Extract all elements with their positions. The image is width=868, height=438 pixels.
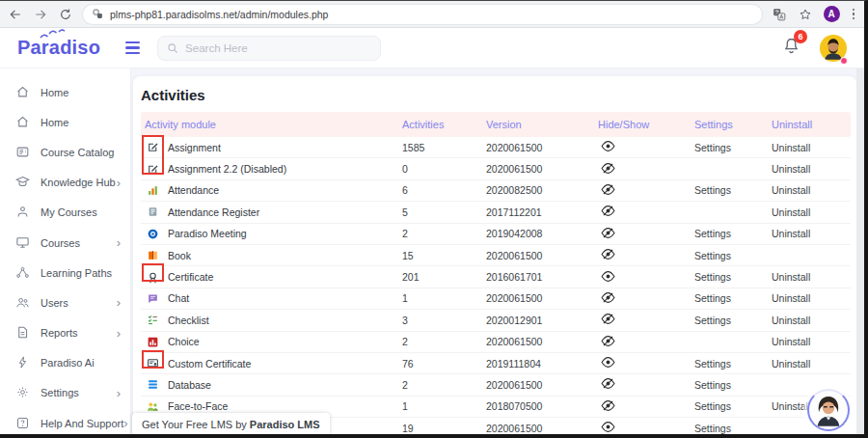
home-icon [15, 85, 31, 100]
version-value: 2019111804 [482, 358, 594, 370]
table-row: Chat12020061500SettingsUninstall [141, 288, 851, 310]
sidebar-item-learning-paths[interactable]: Learning Paths [0, 258, 130, 287]
settings-link[interactable]: Settings [694, 379, 731, 391]
sidebar: HomeHomeCourse CatalogKnowledge Hub›My C… [0, 68, 131, 438]
settings-link[interactable]: Settings [694, 184, 731, 196]
uninstall-link[interactable]: Uninstall [772, 206, 810, 218]
sidebar-item-paradiso-ai[interactable]: Paradiso Ai [0, 348, 130, 378]
module-name: Custom Certificate [168, 358, 251, 370]
settings-link[interactable]: Settings [694, 292, 731, 304]
module-name: Chat [168, 292, 189, 304]
version-value: 2020061500 [482, 163, 594, 175]
paradiso-logo[interactable]: Paradiso [17, 37, 100, 59]
eye-off-icon[interactable] [594, 184, 691, 197]
sidebar-item-help-and-support[interactable]: Help And Support› [0, 408, 130, 438]
forward-icon[interactable] [33, 7, 48, 22]
settings-link[interactable]: Settings [694, 358, 731, 370]
settings-link[interactable]: Settings [694, 271, 731, 283]
settings-link[interactable]: Settings [694, 142, 731, 153]
eye-icon[interactable] [594, 271, 691, 284]
column-header-hide-show: Hide/Show [594, 119, 691, 130]
reload-icon[interactable] [58, 7, 73, 22]
sidebar-item-home[interactable]: Home [0, 77, 130, 107]
hamburger-menu-icon[interactable] [125, 41, 140, 54]
uninstall-link[interactable]: Uninstall [772, 292, 810, 304]
sidebar-item-home[interactable]: Home [0, 107, 130, 137]
activities-count: 2 [398, 379, 482, 391]
settings-link[interactable]: Settings [694, 423, 731, 434]
eye-off-icon[interactable] [594, 314, 691, 326]
uninstall-link[interactable]: Uninstall [772, 184, 810, 196]
eye-off-icon[interactable] [594, 292, 691, 305]
sidebar-item-course-catalog[interactable]: Course Catalog [0, 137, 130, 167]
table-row: Attendance62020082500SettingsUninstall [141, 180, 851, 202]
uninstall-link[interactable]: Uninstall [772, 336, 810, 347]
settings-link[interactable]: Settings [694, 400, 731, 412]
module-icon-edit [147, 141, 159, 153]
column-header-uninstall: Uninstall [768, 119, 851, 130]
scrollbar-track[interactable] [856, 68, 864, 438]
uninstall-link[interactable]: Uninstall [772, 163, 810, 175]
eye-off-icon[interactable] [594, 228, 691, 240]
site-info-icon [93, 9, 103, 19]
uninstall-link[interactable]: Uninstall [772, 315, 810, 326]
module-icon-book [147, 249, 159, 261]
eye-off-icon[interactable] [594, 378, 691, 391]
version-value: 2020012901 [482, 315, 594, 326]
browser-profile-avatar[interactable]: A [824, 6, 840, 22]
sidebar-nav: HomeHomeCourse CatalogKnowledge Hub›My C… [0, 77, 130, 438]
notifications-bell-icon[interactable]: 6 [782, 37, 800, 59]
promo-banner[interactable]: Get Your Free LMS by Paradiso LMS [132, 413, 330, 435]
activities-count: 5 [398, 206, 482, 218]
sidebar-item-settings[interactable]: Settings› [0, 378, 130, 408]
sidebar-item-label: Learning Paths [41, 267, 112, 279]
search-bar[interactable] [157, 36, 381, 61]
settings-link[interactable]: Settings [694, 228, 731, 239]
promo-text: Get Your Free LMS by [142, 419, 247, 430]
eye-icon[interactable] [594, 422, 691, 434]
sidebar-item-label: Users [41, 297, 68, 309]
bookmark-star-icon[interactable] [798, 7, 813, 22]
sidebar-item-my-courses[interactable]: My Courses [0, 198, 130, 228]
translate-icon[interactable] [772, 7, 787, 22]
uninstall-link[interactable]: Uninstall [772, 228, 810, 239]
sidebar-item-courses[interactable]: Courses› [0, 228, 130, 258]
address-bar[interactable]: plms-php81.paradisolms.net/admin/modules… [83, 5, 762, 24]
cap-icon [15, 175, 31, 190]
table-header-row: Activity moduleActivitiesVersionHide/Sho… [141, 112, 851, 137]
module-icon-register [147, 205, 159, 218]
eye-off-icon[interactable] [594, 163, 691, 176]
search-input[interactable] [185, 42, 349, 54]
table-row: Choice22020061500Uninstall [141, 332, 851, 353]
module-icon-choice [147, 336, 159, 348]
activities-count: 1 [398, 292, 482, 304]
uninstall-link[interactable]: Uninstall [772, 142, 810, 153]
sidebar-item-reports[interactable]: Reports› [0, 318, 130, 348]
eye-icon[interactable] [594, 357, 691, 370]
module-name: Assignment [168, 142, 221, 153]
sidebar-item-users[interactable]: Users› [0, 287, 130, 317]
eye-off-icon[interactable] [594, 336, 691, 348]
browser-menu-icon[interactable] [851, 7, 857, 22]
sidebar-item-knowledge-hub[interactable]: Knowledge Hub› [0, 168, 130, 198]
eye-off-icon[interactable] [594, 249, 691, 261]
activities-count: 15 [398, 250, 482, 261]
version-value: 2020082500 [482, 184, 594, 196]
eye-off-icon[interactable] [594, 400, 691, 413]
sidebar-item-label: Knowledge Hub [41, 177, 116, 188]
table-row: Attendance Register52017112201Uninstall [141, 202, 851, 223]
search-icon [167, 42, 178, 54]
settings-link[interactable]: Settings [694, 315, 731, 326]
chat-assistant-button[interactable] [803, 385, 854, 435]
uninstall-link[interactable]: Uninstall [772, 271, 810, 283]
eye-off-icon[interactable] [594, 205, 691, 218]
uninstall-link[interactable]: Uninstall [772, 358, 810, 370]
eye-icon[interactable] [594, 141, 691, 153]
sidebar-item-label: Settings [41, 387, 79, 398]
chevron-right-icon: › [117, 177, 121, 189]
back-icon[interactable] [8, 7, 23, 22]
module-icon-medal [147, 271, 159, 284]
activities-count: 2 [398, 336, 482, 347]
url-text: plms-php81.paradisolms.net/admin/modules… [110, 9, 328, 20]
settings-link[interactable]: Settings [694, 250, 731, 261]
